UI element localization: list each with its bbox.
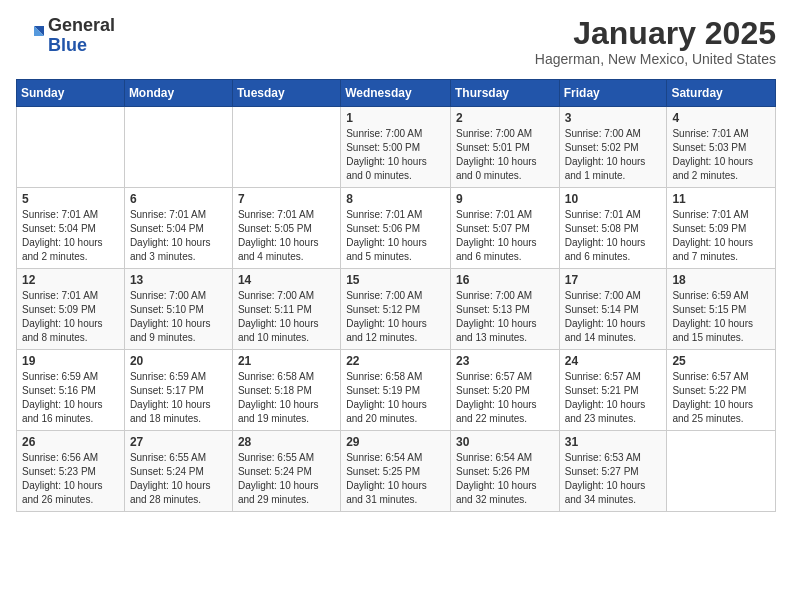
day-number: 25 bbox=[672, 354, 770, 368]
day-number: 14 bbox=[238, 273, 335, 287]
day-number: 28 bbox=[238, 435, 335, 449]
location-text: Hagerman, New Mexico, United States bbox=[535, 51, 776, 67]
day-number: 12 bbox=[22, 273, 119, 287]
month-title: January 2025 bbox=[535, 16, 776, 51]
logo-general-text: General bbox=[48, 16, 115, 36]
day-number: 18 bbox=[672, 273, 770, 287]
calendar-cell: 31Sunrise: 6:53 AM Sunset: 5:27 PM Dayli… bbox=[559, 431, 667, 512]
cell-sun-info: Sunrise: 6:57 AM Sunset: 5:22 PM Dayligh… bbox=[672, 370, 770, 426]
cell-sun-info: Sunrise: 6:53 AM Sunset: 5:27 PM Dayligh… bbox=[565, 451, 662, 507]
cell-sun-info: Sunrise: 7:01 AM Sunset: 5:03 PM Dayligh… bbox=[672, 127, 770, 183]
day-number: 23 bbox=[456, 354, 554, 368]
day-number: 26 bbox=[22, 435, 119, 449]
logo-icon bbox=[16, 22, 44, 50]
calendar-cell bbox=[124, 107, 232, 188]
cell-sun-info: Sunrise: 6:54 AM Sunset: 5:26 PM Dayligh… bbox=[456, 451, 554, 507]
calendar-cell: 24Sunrise: 6:57 AM Sunset: 5:21 PM Dayli… bbox=[559, 350, 667, 431]
day-number: 24 bbox=[565, 354, 662, 368]
day-number: 19 bbox=[22, 354, 119, 368]
day-number: 22 bbox=[346, 354, 445, 368]
calendar-cell: 3Sunrise: 7:00 AM Sunset: 5:02 PM Daylig… bbox=[559, 107, 667, 188]
week-row-5: 26Sunrise: 6:56 AM Sunset: 5:23 PM Dayli… bbox=[17, 431, 776, 512]
calendar-cell: 20Sunrise: 6:59 AM Sunset: 5:17 PM Dayli… bbox=[124, 350, 232, 431]
calendar-cell: 22Sunrise: 6:58 AM Sunset: 5:19 PM Dayli… bbox=[341, 350, 451, 431]
cell-sun-info: Sunrise: 6:57 AM Sunset: 5:20 PM Dayligh… bbox=[456, 370, 554, 426]
calendar-cell: 25Sunrise: 6:57 AM Sunset: 5:22 PM Dayli… bbox=[667, 350, 776, 431]
day-number: 9 bbox=[456, 192, 554, 206]
day-number: 27 bbox=[130, 435, 227, 449]
calendar-cell: 18Sunrise: 6:59 AM Sunset: 5:15 PM Dayli… bbox=[667, 269, 776, 350]
calendar-cell: 28Sunrise: 6:55 AM Sunset: 5:24 PM Dayli… bbox=[232, 431, 340, 512]
cell-sun-info: Sunrise: 7:00 AM Sunset: 5:01 PM Dayligh… bbox=[456, 127, 554, 183]
day-number: 30 bbox=[456, 435, 554, 449]
cell-sun-info: Sunrise: 7:01 AM Sunset: 5:08 PM Dayligh… bbox=[565, 208, 662, 264]
cell-sun-info: Sunrise: 6:58 AM Sunset: 5:19 PM Dayligh… bbox=[346, 370, 445, 426]
weekday-header-thursday: Thursday bbox=[450, 80, 559, 107]
logo-text: General Blue bbox=[48, 16, 115, 56]
calendar-cell: 27Sunrise: 6:55 AM Sunset: 5:24 PM Dayli… bbox=[124, 431, 232, 512]
cell-sun-info: Sunrise: 7:00 AM Sunset: 5:10 PM Dayligh… bbox=[130, 289, 227, 345]
cell-sun-info: Sunrise: 7:00 AM Sunset: 5:11 PM Dayligh… bbox=[238, 289, 335, 345]
calendar-cell: 14Sunrise: 7:00 AM Sunset: 5:11 PM Dayli… bbox=[232, 269, 340, 350]
cell-sun-info: Sunrise: 6:54 AM Sunset: 5:25 PM Dayligh… bbox=[346, 451, 445, 507]
weekday-header-saturday: Saturday bbox=[667, 80, 776, 107]
calendar-cell: 8Sunrise: 7:01 AM Sunset: 5:06 PM Daylig… bbox=[341, 188, 451, 269]
day-number: 2 bbox=[456, 111, 554, 125]
calendar-cell: 29Sunrise: 6:54 AM Sunset: 5:25 PM Dayli… bbox=[341, 431, 451, 512]
calendar-cell: 30Sunrise: 6:54 AM Sunset: 5:26 PM Dayli… bbox=[450, 431, 559, 512]
calendar-cell: 6Sunrise: 7:01 AM Sunset: 5:04 PM Daylig… bbox=[124, 188, 232, 269]
week-row-4: 19Sunrise: 6:59 AM Sunset: 5:16 PM Dayli… bbox=[17, 350, 776, 431]
cell-sun-info: Sunrise: 6:59 AM Sunset: 5:16 PM Dayligh… bbox=[22, 370, 119, 426]
day-number: 11 bbox=[672, 192, 770, 206]
day-number: 17 bbox=[565, 273, 662, 287]
weekday-header-sunday: Sunday bbox=[17, 80, 125, 107]
day-number: 4 bbox=[672, 111, 770, 125]
calendar-cell bbox=[667, 431, 776, 512]
day-number: 21 bbox=[238, 354, 335, 368]
cell-sun-info: Sunrise: 6:59 AM Sunset: 5:15 PM Dayligh… bbox=[672, 289, 770, 345]
day-number: 3 bbox=[565, 111, 662, 125]
cell-sun-info: Sunrise: 7:00 AM Sunset: 5:14 PM Dayligh… bbox=[565, 289, 662, 345]
day-number: 1 bbox=[346, 111, 445, 125]
day-number: 6 bbox=[130, 192, 227, 206]
cell-sun-info: Sunrise: 7:01 AM Sunset: 5:07 PM Dayligh… bbox=[456, 208, 554, 264]
day-number: 13 bbox=[130, 273, 227, 287]
calendar-table: SundayMondayTuesdayWednesdayThursdayFrid… bbox=[16, 79, 776, 512]
calendar-cell: 9Sunrise: 7:01 AM Sunset: 5:07 PM Daylig… bbox=[450, 188, 559, 269]
calendar-cell: 12Sunrise: 7:01 AM Sunset: 5:09 PM Dayli… bbox=[17, 269, 125, 350]
day-number: 7 bbox=[238, 192, 335, 206]
cell-sun-info: Sunrise: 7:00 AM Sunset: 5:00 PM Dayligh… bbox=[346, 127, 445, 183]
cell-sun-info: Sunrise: 7:01 AM Sunset: 5:04 PM Dayligh… bbox=[130, 208, 227, 264]
cell-sun-info: Sunrise: 6:55 AM Sunset: 5:24 PM Dayligh… bbox=[130, 451, 227, 507]
calendar-cell: 19Sunrise: 6:59 AM Sunset: 5:16 PM Dayli… bbox=[17, 350, 125, 431]
cell-sun-info: Sunrise: 6:56 AM Sunset: 5:23 PM Dayligh… bbox=[22, 451, 119, 507]
calendar-cell: 1Sunrise: 7:00 AM Sunset: 5:00 PM Daylig… bbox=[341, 107, 451, 188]
calendar-cell: 7Sunrise: 7:01 AM Sunset: 5:05 PM Daylig… bbox=[232, 188, 340, 269]
calendar-cell: 16Sunrise: 7:00 AM Sunset: 5:13 PM Dayli… bbox=[450, 269, 559, 350]
weekday-header-wednesday: Wednesday bbox=[341, 80, 451, 107]
cell-sun-info: Sunrise: 7:01 AM Sunset: 5:09 PM Dayligh… bbox=[22, 289, 119, 345]
day-number: 29 bbox=[346, 435, 445, 449]
calendar-cell: 4Sunrise: 7:01 AM Sunset: 5:03 PM Daylig… bbox=[667, 107, 776, 188]
calendar-cell: 10Sunrise: 7:01 AM Sunset: 5:08 PM Dayli… bbox=[559, 188, 667, 269]
calendar-cell: 15Sunrise: 7:00 AM Sunset: 5:12 PM Dayli… bbox=[341, 269, 451, 350]
day-number: 31 bbox=[565, 435, 662, 449]
logo: General Blue bbox=[16, 16, 115, 56]
cell-sun-info: Sunrise: 6:55 AM Sunset: 5:24 PM Dayligh… bbox=[238, 451, 335, 507]
weekday-header-friday: Friday bbox=[559, 80, 667, 107]
cell-sun-info: Sunrise: 6:57 AM Sunset: 5:21 PM Dayligh… bbox=[565, 370, 662, 426]
cell-sun-info: Sunrise: 7:01 AM Sunset: 5:06 PM Dayligh… bbox=[346, 208, 445, 264]
cell-sun-info: Sunrise: 7:01 AM Sunset: 5:04 PM Dayligh… bbox=[22, 208, 119, 264]
cell-sun-info: Sunrise: 7:00 AM Sunset: 5:13 PM Dayligh… bbox=[456, 289, 554, 345]
calendar-cell: 13Sunrise: 7:00 AM Sunset: 5:10 PM Dayli… bbox=[124, 269, 232, 350]
calendar-cell: 21Sunrise: 6:58 AM Sunset: 5:18 PM Dayli… bbox=[232, 350, 340, 431]
day-number: 20 bbox=[130, 354, 227, 368]
page-header: General Blue January 2025 Hagerman, New … bbox=[16, 16, 776, 67]
cell-sun-info: Sunrise: 6:59 AM Sunset: 5:17 PM Dayligh… bbox=[130, 370, 227, 426]
weekday-header-row: SundayMondayTuesdayWednesdayThursdayFrid… bbox=[17, 80, 776, 107]
day-number: 8 bbox=[346, 192, 445, 206]
cell-sun-info: Sunrise: 7:00 AM Sunset: 5:02 PM Dayligh… bbox=[565, 127, 662, 183]
calendar-cell bbox=[17, 107, 125, 188]
logo-blue-text: Blue bbox=[48, 36, 115, 56]
calendar-cell bbox=[232, 107, 340, 188]
